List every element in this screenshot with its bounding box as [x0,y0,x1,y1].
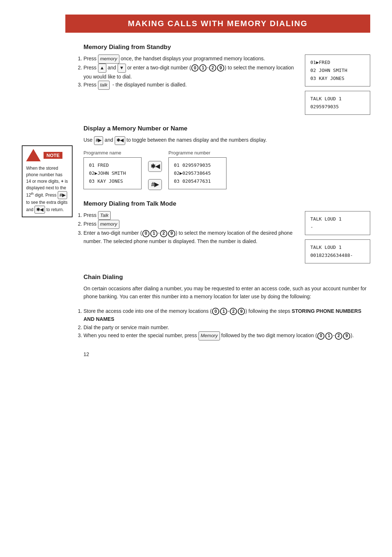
number-line3: 03 0205477631 [174,177,221,185]
talk-step-1: Press Talk [83,211,298,220]
star-back-icon: ✱◀ [34,206,45,214]
name-line3: 03 KAY JONES [89,177,136,185]
memory-special-key: Memory [199,331,220,340]
chain-steps: Store the access code into one of the me… [83,307,370,340]
section-talk: Memory Dialing from Talk Mode Press Talk… [83,200,370,263]
page-title: MAKING CALLS WITH MEMORY DIALING [65,15,370,33]
chain-title: Chain Dialing [83,274,370,281]
hash-fwd-toggle[interactable]: #▶ [148,179,162,190]
standby-display-2: TALK LOUD 1 0295979035 [305,91,370,115]
c-digit-9: 9 [238,308,245,315]
prog-name-label: Programme name [83,150,142,156]
talk-btn: Talk [98,211,111,220]
name-line2: 02▶JOHN SMITH [89,169,136,177]
talk-mode-displays: TALK LOUD 1 - TALK LOUD 1 00182326634488… [298,211,370,263]
memory-btn: memory [98,220,119,229]
talk-d1-line1: TALK LOUD 1 [310,215,365,223]
page-number: 12 [83,351,370,357]
section-standby: Memory Dialing from Standby Press memory… [83,44,370,115]
star-bk-key: ✱◀ [115,136,125,145]
chain-step-1: Store the access code into one of the me… [83,307,370,323]
chain-step-3: When you need to enter the special numbe… [83,331,370,340]
t-digit-9: 9 [168,230,175,237]
standby-step-2: Press ▲ and ▼ or enter a two-digit numbe… [83,64,298,81]
display1-line2: 02 JOHN SMITH [310,66,365,74]
t-digit-2: 2 [160,230,167,237]
standby-title: Memory Dialing from Standby [83,44,370,51]
section-display: Display a Memory Number or Name Use #▶ a… [83,125,370,190]
name-line1: 01 FRED [89,161,136,169]
number-line2: 02▶0295738645 [174,169,221,177]
display1-line3: 03 KAY JONES [310,74,365,82]
chain-step-2: Dial the party or service main number. [83,323,370,331]
prog-number-label: Programme number [168,150,226,156]
down-arrow-key: ▼ [118,64,126,73]
c2-digit-9: 9 [343,332,350,340]
note-triangle-icon [26,149,41,161]
section-chain: Chain Dialing On certain occasions after… [83,274,370,340]
display1-line1: 01▶FRED [310,58,365,66]
number-line1: 01 0295979035 [174,161,221,169]
standby-display-1: 01▶FRED 02 JOHN SMITH 03 KAY JONES [305,55,370,86]
standby-displays: 01▶FRED 02 JOHN SMITH 03 KAY JONES TALK … [298,55,370,115]
memory-key: memory [98,55,119,64]
chain-para: On certain occasions after dialing a num… [83,284,370,301]
standby-step-1: Press memory once, the handset displays … [83,55,298,64]
left-sidebar: NOTE When the stored phone number has 14… [22,44,80,357]
digit-2: 2 [209,64,216,72]
standby-content: Press memory once, the handset displays … [83,55,298,90]
display-name-section: Programme name 01 FRED 02▶JOHN SMITH 03 … [83,150,370,190]
digit-9: 9 [217,64,224,72]
talk-key: talk [98,81,110,90]
digit-1: 1 [199,64,207,72]
up-arrow-key: ▲ [98,64,106,73]
note-text: When the stored phone number has 14 or m… [26,165,68,214]
c-digit-2: 2 [230,308,237,315]
display-intro: Use #▶ and ✱◀ to toggle between the name… [83,136,370,145]
c-digit-0: 0 [212,308,219,315]
t-digit-0: 0 [142,230,150,237]
c2-digit-2: 2 [335,332,342,340]
standby-step-3: Press talk - the displayed number is dia… [83,81,298,90]
talk-display-1: TALK LOUD 1 - [305,211,370,235]
digit-0: 0 [191,64,199,72]
note-box: NOTE When the stored phone number has 14… [22,145,73,217]
talk-steps: Press Talk Press memory Enter a two-digi… [83,211,298,246]
t-digit-1: 1 [150,230,158,237]
star-back-toggle[interactable]: ✱◀ [148,161,162,172]
talk-mode-layout: Press Talk Press memory Enter a two-digi… [83,211,370,263]
name-list-box: 01 FRED 02▶JOHN SMITH 03 KAY JONES [83,157,142,189]
display-section-title: Display a Memory Number or Name [83,125,370,132]
talk-d2-line2: 00182326634488- [310,251,365,259]
c2-digit-1: 1 [325,332,332,340]
toggle-icons-col: ✱◀ #▶ [148,150,162,190]
hash-fwd-key: #▶ [94,136,103,145]
display2-line1: TALK LOUD 1 [310,95,365,103]
content-area: Memory Dialing from Standby Press memory… [80,44,370,357]
talk-title: Memory Dialing from Talk Mode [83,200,370,207]
talk-d2-line1: TALK LOUD 1 [310,243,365,251]
hash-forward-icon: #▶ [58,191,67,199]
standby-steps: Press memory once, the handset displays … [83,55,298,90]
note-label: NOTE [44,152,62,159]
talk-d1-line2: - [310,223,365,231]
display2-line2: 0295979035 [310,103,365,111]
c-digit-1: 1 [220,308,227,315]
number-list-box: 01 0295979035 02▶0295738645 03 020547763… [168,157,226,189]
talk-display-2: TALK LOUD 1 00182326634488- [305,239,370,263]
prog-name-col: Programme name 01 FRED 02▶JOHN SMITH 03 … [83,150,142,189]
talk-step-3: Enter a two-digit number (01-29) to sele… [83,229,298,245]
talk-step-2: Press memory [83,220,298,229]
prog-number-col: Programme number 01 0295979035 02▶029573… [168,150,226,189]
talk-mode-content: Press Talk Press memory Enter a two-digi… [83,211,298,246]
c2-digit-0: 0 [317,332,324,340]
